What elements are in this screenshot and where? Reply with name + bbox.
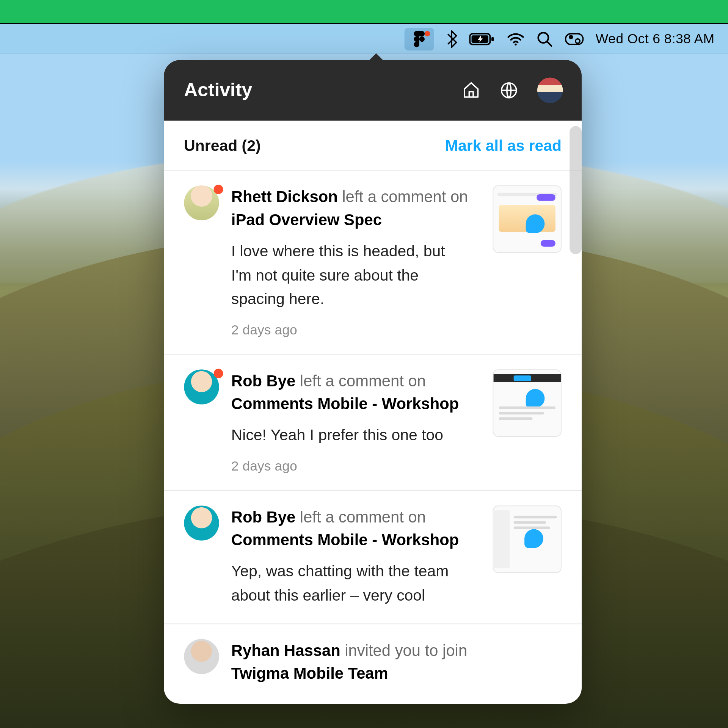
scrollbar-thumb[interactable]: [570, 126, 582, 254]
figma-icon: [413, 30, 425, 47]
popover-arrow: [368, 53, 384, 61]
activity-avatar: [184, 505, 219, 607]
mark-all-as-read-button[interactable]: Mark all as read: [445, 137, 562, 155]
activity-item[interactable]: Rob Bye left a comment on Comments Mobil…: [164, 491, 582, 624]
activity-panel-body: Unread (2) Mark all as read Rhett Dickso…: [164, 121, 582, 704]
activity-thumbnail: [493, 505, 562, 573]
activity-thumbnail: [493, 185, 562, 253]
figma-notification-dot: [424, 31, 430, 36]
home-icon[interactable]: [462, 81, 481, 100]
svg-point-0: [419, 36, 424, 41]
activity-thumbnail: [493, 369, 562, 437]
activity-timestamp: 2 days ago: [231, 458, 481, 474]
activity-avatar: [184, 369, 219, 474]
svg-rect-6: [565, 33, 583, 44]
activity-title-line: Rob Bye left a comment on Comments Mobil…: [231, 369, 481, 415]
unread-count-label: Unread (2): [184, 137, 260, 155]
globe-icon[interactable]: [499, 81, 518, 100]
macos-menubar: Wed Oct 6 8:38 AM: [0, 24, 728, 54]
unread-dot-icon: [214, 369, 223, 378]
unread-dot-icon: [214, 185, 223, 194]
activity-snippet: Nice! Yeah I prefer this one too: [231, 424, 454, 447]
activity-panel-header: Activity: [164, 60, 582, 121]
activity-item[interactable]: Ryhan Hassan invited you to join Twigma …: [164, 624, 582, 701]
bluetooth-icon[interactable]: [446, 30, 457, 47]
unread-header-row: Unread (2) Mark all as read: [164, 121, 582, 171]
spotlight-search-icon[interactable]: [536, 31, 552, 47]
activity-avatar: [184, 639, 219, 685]
wifi-icon[interactable]: [507, 32, 524, 46]
control-center-icon[interactable]: [565, 33, 584, 45]
activity-item[interactable]: Rob Bye left a comment on Comments Mobil…: [164, 355, 582, 491]
activity-panel: Activity Un: [164, 60, 582, 704]
svg-point-8: [575, 39, 579, 43]
menubar-clock[interactable]: Wed Oct 6 8:38 AM: [596, 31, 715, 47]
figma-menubar-item[interactable]: [404, 27, 434, 50]
svg-rect-2: [491, 37, 493, 41]
activity-snippet: I love where this is headed, but I'm not…: [231, 239, 454, 311]
activity-item[interactable]: Rhett Dickson left a comment on iPad Ove…: [164, 171, 582, 355]
svg-point-4: [515, 43, 516, 45]
user-avatar[interactable]: [537, 77, 563, 103]
battery-charging-icon[interactable]: [469, 32, 495, 46]
window-frame-top: [0, 0, 728, 23]
activity-timestamp: 2 days ago: [231, 322, 481, 338]
activity-title-line: Ryhan Hassan invited you to join Twigma …: [231, 639, 515, 685]
activity-avatar: [184, 185, 219, 338]
activity-snippet: Yep, was chatting with the team about th…: [231, 559, 454, 607]
activity-title: Activity: [184, 80, 252, 101]
activity-title-line: Rob Bye left a comment on Comments Mobil…: [231, 505, 481, 551]
activity-title-line: Rhett Dickson left a comment on iPad Ove…: [231, 185, 481, 231]
svg-point-7: [568, 35, 573, 39]
